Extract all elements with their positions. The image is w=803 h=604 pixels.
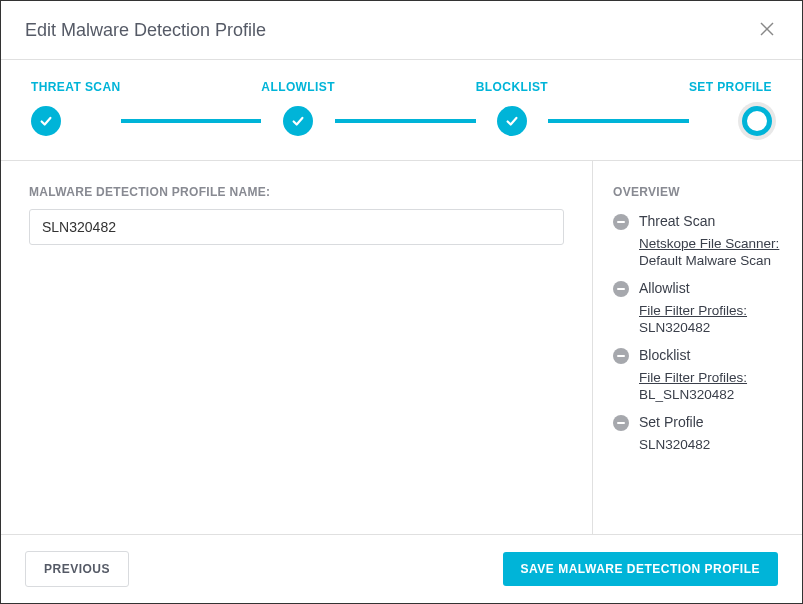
step-label: BLOCKLIST — [476, 80, 548, 94]
overview-value: BL_SLN320482 — [639, 387, 782, 402]
modal-footer: PREVIOUS SAVE MALWARE DETECTION PROFILE — [1, 534, 802, 603]
step-complete-icon — [31, 106, 61, 136]
step-label: SET PROFILE — [689, 80, 772, 94]
minus-circle-icon — [613, 348, 629, 364]
profile-name-label: MALWARE DETECTION PROFILE NAME: — [29, 185, 564, 199]
overview-link[interactable]: Netskope File Scanner: — [639, 236, 782, 251]
overview-link[interactable]: File Filter Profiles: — [639, 303, 782, 318]
step-allowlist[interactable]: ALLOWLIST — [261, 80, 335, 136]
save-button[interactable]: SAVE MALWARE DETECTION PROFILE — [503, 552, 778, 586]
overview-item-details: File Filter Profiles: BL_SLN320482 — [639, 370, 782, 402]
step-label: THREAT SCAN — [31, 80, 121, 94]
profile-name-input[interactable] — [29, 209, 564, 245]
stepper-connector — [335, 119, 476, 123]
form-panel: MALWARE DETECTION PROFILE NAME: — [1, 161, 592, 534]
overview-link[interactable]: File Filter Profiles: — [639, 370, 782, 385]
stepper: THREAT SCAN ALLOWLIST BLOCKLIST SET PROF… — [1, 60, 802, 161]
stepper-connector — [121, 119, 262, 123]
step-threat-scan[interactable]: THREAT SCAN — [31, 80, 121, 136]
modal-title: Edit Malware Detection Profile — [25, 20, 266, 41]
previous-button[interactable]: PREVIOUS — [25, 551, 129, 587]
step-complete-icon — [497, 106, 527, 136]
step-label: ALLOWLIST — [261, 80, 335, 94]
minus-circle-icon — [613, 214, 629, 230]
overview-item-details: SLN320482 — [639, 437, 782, 452]
overview-item-title: Set Profile — [639, 414, 704, 430]
close-button[interactable] — [756, 17, 778, 43]
step-active-icon — [742, 106, 772, 136]
close-icon — [760, 20, 774, 40]
overview-item-title: Threat Scan — [639, 213, 715, 229]
overview-item-details: Netskope File Scanner: Default Malware S… — [639, 236, 782, 268]
step-complete-icon — [283, 106, 313, 136]
overview-item-threat-scan: Threat Scan — [613, 213, 782, 230]
overview-value: Default Malware Scan — [639, 253, 782, 268]
overview-heading: OVERVIEW — [613, 185, 782, 199]
stepper-connector — [548, 119, 689, 123]
overview-item-title: Blocklist — [639, 347, 690, 363]
step-blocklist[interactable]: BLOCKLIST — [476, 80, 548, 136]
modal-body: MALWARE DETECTION PROFILE NAME: OVERVIEW… — [1, 161, 802, 534]
overview-panel: OVERVIEW Threat Scan Netskope File Scann… — [592, 161, 802, 534]
overview-item-details: File Filter Profiles: SLN320482 — [639, 303, 782, 335]
overview-item-allowlist: Allowlist — [613, 280, 782, 297]
overview-item-title: Allowlist — [639, 280, 690, 296]
edit-profile-modal: Edit Malware Detection Profile THREAT SC… — [0, 0, 803, 604]
modal-header: Edit Malware Detection Profile — [1, 1, 802, 60]
overview-value: SLN320482 — [639, 320, 782, 335]
minus-circle-icon — [613, 281, 629, 297]
step-set-profile[interactable]: SET PROFILE — [689, 80, 772, 136]
overview-item-blocklist: Blocklist — [613, 347, 782, 364]
overview-item-set-profile: Set Profile — [613, 414, 782, 431]
minus-circle-icon — [613, 415, 629, 431]
overview-value: SLN320482 — [639, 437, 782, 452]
